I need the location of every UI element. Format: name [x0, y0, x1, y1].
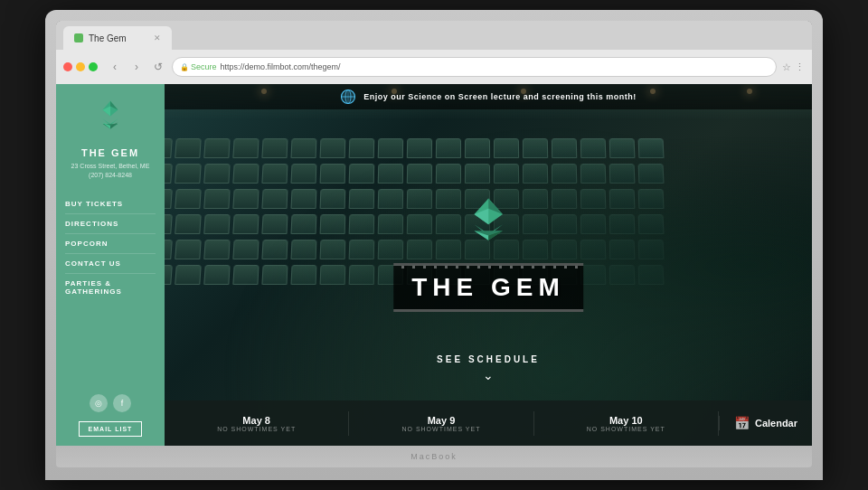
- url-display: https://demo.filmbot.com/thegem/: [221, 62, 341, 71]
- website: THE GEM 23 Cross Street, Bethel, ME (207…: [56, 84, 812, 446]
- laptop-chin: MacBook: [56, 446, 812, 467]
- see-schedule[interactable]: SEE SCHEDULE ⌄: [437, 354, 540, 382]
- social-icons: ◎ f: [90, 394, 131, 412]
- cinema-address: 23 Cross Street, Bethel, ME (207) 824-82…: [71, 162, 150, 180]
- see-schedule-label: SEE SCHEDULE: [437, 354, 540, 364]
- traffic-lights: [63, 62, 98, 71]
- back-button[interactable]: ‹: [107, 59, 123, 75]
- notification-bar: Enjoy our Science on Screen lecture and …: [165, 84, 812, 109]
- chevron-down-icon: ⌄: [437, 368, 540, 382]
- date-status-1: NO SHOWTIMES YET: [217, 426, 296, 432]
- nav-item-popcorn[interactable]: POPCORN: [65, 234, 156, 254]
- film-strip-title: THE GEM: [393, 263, 583, 312]
- phone: (207) 824-8248: [89, 172, 132, 178]
- schedule-bar: May 8 NO SHOWTIMES YET May 9 NO SHOWTIME…: [165, 400, 812, 446]
- instagram-icon[interactable]: ◎: [90, 394, 108, 412]
- date-label-2: May 9: [428, 415, 456, 426]
- address-bar[interactable]: 🔒 Secure https://demo.filmbot.com/thegem…: [172, 57, 777, 77]
- sidebar: THE GEM 23 Cross Street, Bethel, ME (207…: [56, 84, 165, 446]
- email-list-button[interactable]: EMAIL LIST: [79, 421, 143, 437]
- calendar-icon: 📅: [734, 416, 750, 430]
- close-button[interactable]: [63, 62, 72, 71]
- secure-badge: 🔒 Secure: [180, 62, 217, 71]
- date-status-3: NO SHOWTIMES YET: [587, 426, 665, 432]
- forward-button[interactable]: ›: [128, 59, 145, 75]
- address-line1: 23 Cross Street, Bethel, ME: [71, 163, 150, 169]
- globe-icon: [340, 89, 356, 105]
- tab-close-button[interactable]: ✕: [154, 33, 161, 42]
- hero-title: THE GEM: [411, 273, 565, 301]
- maximize-button[interactable]: [89, 62, 98, 71]
- browser-tab[interactable]: The Gem ✕: [63, 26, 172, 50]
- calendar-button[interactable]: 📅 Calendar: [719, 416, 812, 430]
- secure-label: Secure: [191, 62, 217, 71]
- nav-item-parties[interactable]: PARTIES &GATHERINGS: [65, 274, 156, 301]
- main-content: Enjoy our Science on Screen lecture and …: [165, 84, 812, 446]
- nav-item-directions[interactable]: DIRECTIONS: [65, 214, 156, 234]
- schedule-date-2[interactable]: May 9 NO SHOWTIMES YET: [349, 411, 533, 436]
- laptop-shell: The Gem ✕ ‹ › ↺ 🔒 Secure h: [45, 10, 823, 480]
- date-status-2: NO SHOWTIMES YET: [401, 426, 480, 432]
- menu-icon[interactable]: ⋮: [795, 61, 805, 73]
- schedule-date-1[interactable]: May 8 NO SHOWTIMES YET: [165, 411, 349, 436]
- minimize-button[interactable]: [76, 62, 85, 71]
- browser-toolbar: ‹ › ↺ 🔒 Secure https://demo.filmbot.com/…: [56, 50, 812, 84]
- browser-chrome: The Gem ✕ ‹ › ↺ 🔒 Secure h: [56, 21, 812, 84]
- macbook-label: MacBook: [410, 452, 458, 461]
- screen-bezel: The Gem ✕ ‹ › ↺ 🔒 Secure h: [56, 21, 812, 446]
- lock-icon: 🔒: [180, 63, 189, 71]
- date-label-3: May 10: [609, 415, 643, 426]
- center-logo: THE GEM: [393, 194, 583, 312]
- nav-item-tickets[interactable]: BUY TICKETS: [65, 194, 156, 214]
- gem-logo: [91, 99, 129, 140]
- tab-favicon: [74, 33, 83, 42]
- cinema-name: THE GEM: [81, 147, 139, 158]
- toolbar-icons: ☆ ⋮: [782, 61, 805, 73]
- date-label-1: May 8: [242, 415, 270, 426]
- diamond-icon: [91, 99, 129, 137]
- notification-text: Enjoy our Science on Screen lecture and …: [363, 92, 637, 101]
- center-diamond-icon: [457, 194, 520, 258]
- nav-menu: BUY TICKETS DIRECTIONS POPCORN CONTACT U…: [65, 194, 156, 301]
- facebook-icon[interactable]: f: [113, 394, 131, 412]
- bookmark-icon[interactable]: ☆: [782, 61, 791, 73]
- nav-item-contact[interactable]: CONTACT US: [65, 254, 156, 274]
- tab-label: The Gem: [89, 33, 127, 43]
- calendar-label: Calendar: [755, 418, 797, 429]
- schedule-date-3[interactable]: May 10 NO SHOWTIMES YET: [534, 411, 719, 436]
- refresh-button[interactable]: ↺: [150, 59, 166, 75]
- browser-tabs: The Gem ✕: [56, 21, 812, 50]
